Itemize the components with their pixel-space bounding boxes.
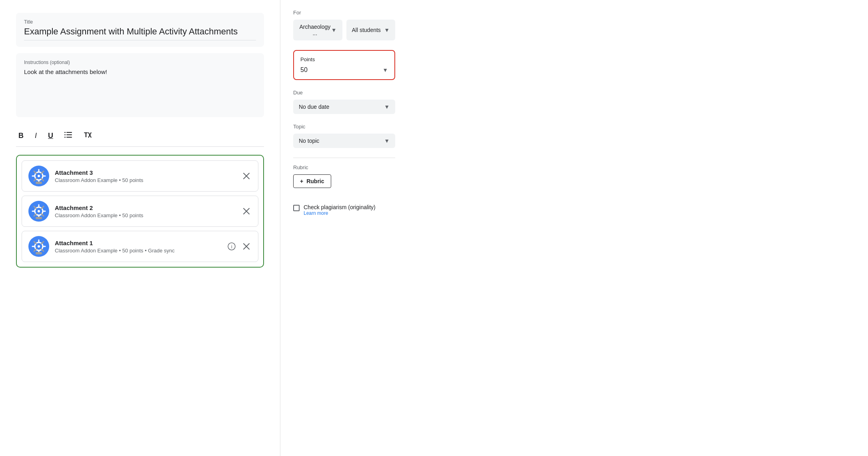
svg-rect-26 — [36, 217, 42, 219]
chevron-down-icon: ▼ — [384, 104, 390, 110]
instructions-label: Instructions (optional) — [24, 60, 256, 65]
add-rubric-button[interactable]: + Rubric — [293, 174, 331, 188]
title-section: Title — [16, 13, 264, 47]
addon-icon — [28, 201, 49, 222]
attachment-actions: i — [226, 241, 252, 252]
svg-point-11 — [38, 175, 40, 177]
attachments-container: Attachment 3 Classroom Addon Example • 5… — [16, 155, 264, 268]
for-row: Archaeology ... ▼ All students ▼ — [293, 20, 395, 40]
plagiarism-checkbox[interactable] — [293, 205, 300, 211]
plagiarism-section: Check plagiarism (originality) Learn mor… — [293, 204, 395, 216]
due-date-dropdown[interactable]: No due date ▼ — [293, 100, 395, 114]
rubric-btn-label: Rubric — [306, 178, 324, 184]
learn-more-link[interactable]: Learn more — [304, 210, 376, 216]
class-dropdown[interactable]: Archaeology ... ▼ — [293, 20, 342, 40]
attachment-card: Attachment 2 Classroom Addon Example • 5… — [22, 196, 258, 227]
attachment-name: Attachment 2 — [55, 204, 236, 211]
for-label: For — [293, 10, 395, 16]
svg-rect-16 — [36, 182, 42, 184]
rubric-plus-icon: + — [300, 178, 303, 184]
chevron-down-icon: ▼ — [382, 67, 388, 73]
attachment-info: Attachment 1 Classroom Addon Example • 5… — [55, 240, 220, 254]
attachment-name: Attachment 3 — [55, 169, 236, 176]
title-label: Title — [24, 19, 256, 25]
addon-icon — [28, 166, 49, 186]
due-value: No due date — [299, 104, 329, 110]
instructions-section: Instructions (optional) Look at the atta… — [16, 53, 264, 117]
topic-section: Topic No topic ▼ — [293, 124, 395, 148]
rubric-label: Rubric — [293, 164, 395, 170]
attachment-info: Attachment 2 Classroom Addon Example • 5… — [55, 204, 236, 218]
plagiarism-title: Check plagiarism (originality) — [304, 204, 376, 210]
attachment-card: Attachment 1 Classroom Addon Example • 5… — [22, 231, 258, 262]
topic-value: No topic — [299, 138, 319, 144]
students-dropdown[interactable]: All students ▼ — [346, 20, 396, 40]
remove-attachment-button[interactable] — [241, 241, 252, 252]
due-label: Due — [293, 90, 395, 96]
points-section: Points 50 ▼ — [293, 50, 395, 80]
attachment-info: Attachment 3 Classroom Addon Example • 5… — [55, 169, 236, 183]
title-input[interactable] — [24, 26, 256, 40]
svg-rect-2 — [66, 137, 72, 138]
svg-rect-3 — [64, 132, 66, 133]
italic-button[interactable]: I — [32, 130, 39, 142]
points-value: 50 — [300, 66, 308, 74]
attachment-meta: Classroom Addon Example • 50 points — [55, 212, 236, 218]
addon-icon — [28, 236, 49, 257]
attachment-card: Attachment 3 Classroom Addon Example • 5… — [22, 160, 258, 192]
svg-text:i: i — [231, 244, 232, 250]
svg-rect-4 — [64, 134, 66, 135]
list-button[interactable] — [62, 130, 75, 142]
remove-attachment-button[interactable] — [241, 171, 252, 181]
svg-rect-36 — [36, 252, 42, 254]
plagiarism-text: Check plagiarism (originality) Learn mor… — [304, 204, 376, 216]
students-value: All students — [352, 27, 381, 33]
chevron-down-icon: ▼ — [384, 27, 390, 33]
instructions-text[interactable]: Look at the attachments below! — [24, 68, 256, 75]
due-section: Due No due date ▼ — [293, 90, 395, 114]
svg-rect-5 — [64, 137, 66, 138]
remove-attachment-button[interactable] — [241, 206, 252, 216]
attachment-actions — [241, 206, 252, 216]
svg-point-31 — [38, 245, 40, 248]
attachment-actions — [241, 171, 252, 181]
bold-button[interactable]: B — [16, 130, 26, 142]
attachment-name: Attachment 1 — [55, 240, 220, 246]
chevron-down-icon: ▼ — [384, 138, 390, 144]
info-button[interactable]: i — [226, 241, 237, 252]
svg-point-21 — [38, 210, 40, 212]
topic-label: Topic — [293, 124, 395, 130]
class-value: Archaeology ... — [299, 24, 331, 36]
side-panel: For Archaeology ... ▼ All students ▼ Poi… — [280, 0, 408, 456]
underline-button[interactable]: U — [46, 130, 56, 142]
chevron-down-icon: ▼ — [331, 27, 337, 33]
clear-format-button[interactable]: T — [81, 129, 94, 142]
points-label: Points — [300, 56, 388, 62]
attachment-meta: Classroom Addon Example • 50 points — [55, 177, 236, 183]
topic-dropdown[interactable]: No topic ▼ — [293, 134, 395, 148]
svg-rect-0 — [66, 132, 72, 133]
for-section: For Archaeology ... ▼ All students ▼ — [293, 10, 395, 40]
formatting-toolbar: B I U T — [16, 125, 264, 147]
divider — [293, 158, 395, 158]
svg-rect-1 — [66, 134, 72, 135]
attachment-meta: Classroom Addon Example • 50 points • Gr… — [55, 248, 220, 254]
rubric-section: Rubric + Rubric — [293, 164, 395, 194]
svg-text:T: T — [84, 132, 88, 138]
points-dropdown[interactable]: 50 ▼ — [300, 66, 388, 74]
